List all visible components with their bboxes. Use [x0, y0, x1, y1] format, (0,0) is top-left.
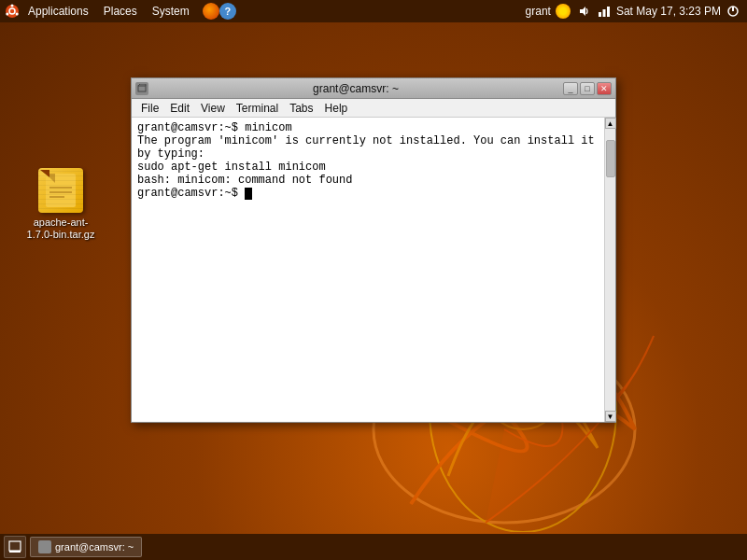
svg-rect-23: [9, 541, 21, 551]
help-menu[interactable]: Help: [319, 99, 354, 118]
scrollbar-up-arrow[interactable]: ▲: [605, 118, 616, 129]
apache-ant-icon[interactable]: apache-ant-1.7.0-bin.tar.gz: [23, 168, 98, 241]
terminal-titlebar-icon: [135, 82, 148, 95]
terminal-window-buttons: _ □ ✕: [563, 82, 612, 95]
svg-point-7: [6, 13, 8, 16]
svg-rect-19: [138, 86, 146, 91]
datetime-label: Sat May 17, 3:23 PM: [616, 5, 721, 18]
file-menu[interactable]: File: [135, 99, 164, 118]
svg-rect-11: [607, 7, 610, 17]
scrollbar-down-arrow[interactable]: ▼: [605, 411, 616, 422]
desktop: Applications Places System ? grant: [0, 0, 747, 560]
system-menu[interactable]: System: [145, 0, 197, 22]
svg-marker-15: [46, 174, 55, 183]
taskbar-window-label: grant@camsvr: ~: [55, 541, 134, 553]
terminal-titlebar: grant@camsvr: ~ _ □ ✕: [132, 78, 615, 99]
terminal-menubar: File Edit View Terminal Tabs Help: [132, 99, 615, 118]
svg-point-5: [11, 5, 14, 7]
terminal-line-3: sudo apt-get install minicom: [137, 161, 599, 174]
terminal-line-2: The program 'minicom' is currently not i…: [137, 134, 599, 161]
ubuntu-logo-icon[interactable]: [4, 3, 21, 20]
close-button[interactable]: ✕: [597, 82, 612, 95]
svg-rect-14: [46, 174, 76, 207]
power-icon[interactable]: [725, 3, 741, 20]
edit-menu[interactable]: Edit: [164, 99, 195, 118]
svg-rect-17: [49, 191, 72, 193]
terminal-line-5: grant@camsvr:~$: [137, 187, 599, 200]
taskbar-terminal-icon: [38, 540, 51, 553]
svg-rect-10: [602, 9, 605, 17]
taskbar-top-left: Applications Places System ?: [0, 0, 236, 22]
svg-rect-9: [599, 12, 601, 17]
terminal-window: grant@camsvr: ~ _ □ ✕ File Edit View Ter…: [131, 77, 616, 423]
applications-menu[interactable]: Applications: [21, 0, 96, 22]
scrollbar-thumb[interactable]: [606, 140, 615, 177]
show-desktop-button[interactable]: [4, 536, 26, 558]
terminal-content[interactable]: grant@camsvr:~$ minicom The program 'min…: [132, 118, 604, 422]
taskbar-bottom: grant@camsvr: ~: [0, 534, 747, 560]
minimize-button[interactable]: _: [563, 82, 578, 95]
username-label: grant: [526, 5, 551, 18]
terminal-line-1: grant@camsvr:~$ minicom: [137, 121, 599, 134]
places-menu[interactable]: Places: [96, 0, 145, 22]
view-menu[interactable]: View: [195, 99, 231, 118]
svg-point-6: [16, 13, 19, 16]
svg-marker-8: [580, 7, 585, 16]
svg-rect-24: [9, 551, 21, 553]
brightness-icon[interactable]: [555, 3, 571, 20]
firefox-launcher-icon[interactable]: [203, 3, 219, 20]
taskbar-window-item[interactable]: grant@camsvr: ~: [30, 537, 142, 557]
svg-rect-16: [49, 187, 72, 189]
taskbar-top-right: grant Sat May 17, 3:23 PM: [526, 3, 747, 20]
terminal-line-4: bash: minicom: command not found: [137, 174, 599, 187]
apache-ant-icon-image: [38, 168, 83, 213]
terminal-body: grant@camsvr:~$ minicom The program 'min…: [132, 118, 615, 422]
speaker-icon[interactable]: [575, 3, 592, 20]
svg-rect-18: [49, 196, 64, 198]
taskbar-top: Applications Places System ? grant: [0, 0, 747, 22]
terminal-title: grant@camsvr: ~: [148, 82, 563, 95]
tabs-menu[interactable]: Tabs: [284, 99, 318, 118]
terminal-cursor: [245, 188, 252, 200]
maximize-button[interactable]: □: [580, 82, 595, 95]
terminal-menu[interactable]: Terminal: [231, 99, 284, 118]
network-icon[interactable]: [596, 3, 613, 20]
terminal-scrollbar[interactable]: ▲ ▼: [604, 118, 615, 422]
help-launcher-icon[interactable]: ?: [219, 3, 236, 20]
apache-ant-label: apache-ant-1.7.0-bin.tar.gz: [23, 217, 98, 241]
